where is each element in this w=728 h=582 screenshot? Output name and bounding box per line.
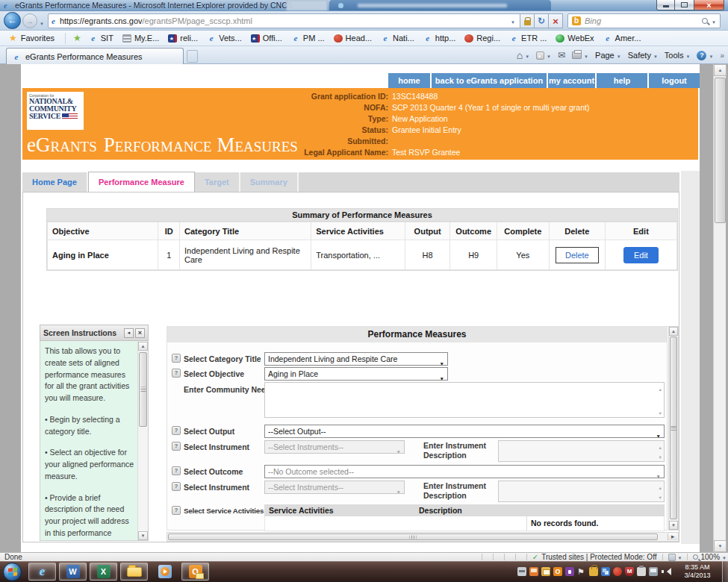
favorite-link[interactable]: ETR ... [509,34,547,43]
chevron-more-icon[interactable] [720,51,724,60]
browser-scrollbar[interactable] [713,64,726,552]
favorite-link[interactable]: Nati... [381,34,414,43]
scroll-up-icon[interactable] [669,327,678,336]
help-icon[interactable] [172,442,181,451]
community-need-textarea[interactable] [264,382,665,418]
privacy-lock-tray-icon[interactable] [565,567,574,576]
security-lock-icon[interactable] [520,13,535,28]
display-tray-icon[interactable] [649,567,658,576]
scrollbar-thumb[interactable] [670,337,677,519]
padlock-tray-icon[interactable] [589,567,598,576]
scrollbar-thumb[interactable] [139,352,147,427]
help-icon[interactable] [172,354,181,363]
close-button[interactable] [694,0,724,10]
security-shield-tray-icon[interactable] [625,567,634,576]
maximize-button[interactable] [675,0,694,10]
tab-performance-measure[interactable]: Performance Measure [88,172,195,192]
add-favorite-icon[interactable] [73,33,81,43]
help-icon[interactable] [172,426,181,435]
help-icon[interactable] [172,369,181,378]
recent-pages-dropdown[interactable] [40,18,44,27]
antivirus-tray-icon[interactable] [613,567,622,576]
favorite-link[interactable]: SIT [89,34,113,43]
instructions-scrollbar[interactable] [137,341,148,541]
volume-tray-icon[interactable] [661,567,670,576]
mail-tray-icon[interactable] [541,567,550,576]
help-icon[interactable] [172,482,181,491]
network-computers-tray-icon[interactable] [601,567,610,576]
protected-mode-icon[interactable] [668,554,676,561]
stop-button[interactable] [549,13,563,28]
scroll-up-icon[interactable] [714,64,727,76]
clipboard-tray-icon[interactable] [637,567,646,576]
nav-home[interactable]: home [388,73,430,88]
feeds-button[interactable] [536,51,551,60]
taskbar-word-button[interactable] [59,563,87,581]
safety-menu[interactable]: Safety [628,51,658,60]
favorite-link[interactable]: Head... [334,34,372,43]
home-button[interactable] [517,50,529,60]
favorites-button[interactable]: Favorites [6,33,57,43]
help-icon[interactable] [172,466,181,475]
favorite-link[interactable]: Amer... [603,34,641,43]
zoom-control[interactable]: 100% [693,553,727,561]
print-button[interactable] [572,51,588,60]
edit-button[interactable]: Edit [623,247,659,263]
search-icon[interactable] [702,18,708,24]
show-desktop-button[interactable] [722,561,728,582]
taskbar-clock[interactable]: 8:35 AM 3/4/2013 [679,563,716,580]
read-mail-button[interactable] [558,50,565,60]
favorite-link[interactable]: Offi... [251,34,282,43]
nav-back-to-egrants[interactable]: back to eGrants application [432,73,547,88]
page-menu[interactable]: Page [595,51,621,60]
agent-tray-icon[interactable] [553,567,562,576]
url-dropdown[interactable] [509,16,517,25]
output-select[interactable]: --Select Output-- [264,425,665,438]
scroll-down-icon[interactable] [714,540,727,552]
search-options-dropdown[interactable] [712,16,716,25]
taskbar-media-player-button[interactable] [151,563,178,581]
taskbar-explorer-button[interactable] [120,563,148,581]
favorite-link[interactable]: http... [423,34,456,43]
taskbar-excel-button[interactable] [90,563,117,581]
scrollbar-thumb[interactable] [715,78,726,223]
url-field[interactable]: https://egrants.cns.gov/egrantsPM/page_s… [48,13,520,28]
outcome-select[interactable]: --No Outcome selected-- [264,465,665,478]
action-center-flag-icon[interactable] [577,567,586,576]
scroll-down-icon[interactable] [669,521,678,530]
printer-tray-icon[interactable] [517,567,526,576]
form-horizontal-scrollbar[interactable] [167,532,679,542]
favorite-link[interactable]: WebEx [556,34,594,43]
nav-my-account[interactable]: my account [548,73,595,88]
favorite-link[interactable]: Regi... [464,34,500,43]
tab-home-page[interactable]: Home Page [22,172,88,192]
help-icon[interactable] [172,506,181,515]
refresh-button[interactable] [535,13,549,28]
browser-tab[interactable]: eGrants Performance Measures [6,48,184,64]
back-button[interactable] [4,12,21,29]
nav-logout[interactable]: logout [649,73,700,88]
remote-session-tray-icon[interactable] [529,567,538,576]
scrollbar-thumb[interactable] [168,534,658,540]
form-vertical-scrollbar[interactable] [668,326,679,531]
help-menu[interactable] [697,51,713,60]
taskbar-outlook-button[interactable] [181,563,209,581]
nav-help[interactable]: help [597,73,647,88]
scroll-up-icon[interactable] [138,342,148,351]
objective-select[interactable]: Aging in Place [264,367,448,381]
minimize-button[interactable] [656,0,675,10]
favorite-link[interactable]: reli... [168,34,198,43]
close-panel-button[interactable] [135,328,145,338]
search-input[interactable]: Bing [567,13,721,28]
new-tab-button[interactable] [187,50,198,63]
start-button[interactable] [3,563,22,581]
collapse-panel-button[interactable] [124,328,134,338]
favorite-link[interactable]: Vets... [207,34,242,43]
favorite-link[interactable]: My.E... [122,34,159,43]
forward-button[interactable] [22,13,37,28]
tools-menu[interactable]: Tools [665,51,691,60]
scroll-down-icon[interactable] [138,531,148,540]
favorite-link[interactable]: PM ... [291,34,325,43]
delete-button[interactable]: Delete [556,247,599,263]
scroll-right-icon[interactable] [668,534,677,540]
